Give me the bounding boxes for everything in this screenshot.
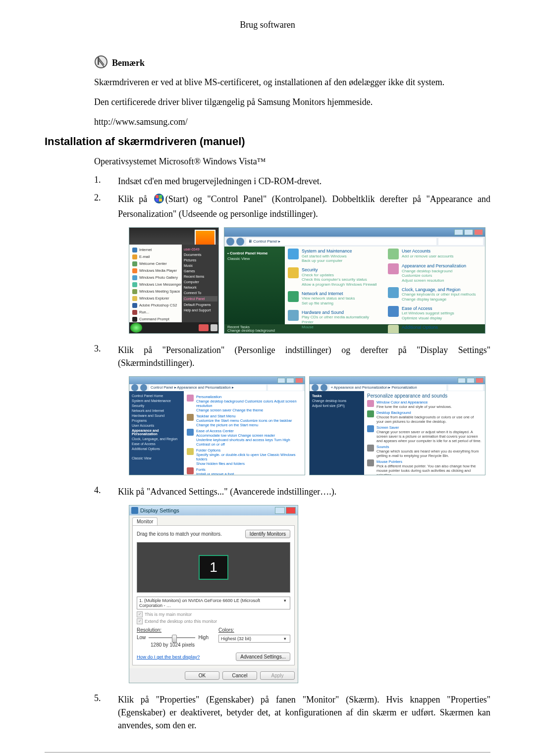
slider-thumb[interactable] <box>172 635 177 643</box>
ap-entry[interactable]: Taskbar and Start MenuCustomize the Star… <box>187 414 302 427</box>
minimize-button[interactable] <box>277 378 285 383</box>
extend-desktop-checkbox: ✓Extend the desktop onto this monitor <box>137 618 290 624</box>
close-button[interactable] <box>286 507 296 514</box>
start-side-item[interactable]: Network <box>184 285 216 290</box>
address-field[interactable]: 🖥 Control Panel ▸ <box>246 238 436 245</box>
cancel-button[interactable]: Cancel <box>222 671 257 680</box>
hardware-icon <box>288 310 299 321</box>
start-menu-right-panel: user-0349 Documents Pictures Music Games… <box>182 245 218 322</box>
monitor-preview[interactable]: 1 <box>137 542 290 593</box>
start-side-item[interactable]: Connect To <box>184 290 216 296</box>
ok-button[interactable]: OK <box>185 671 219 680</box>
lock-button[interactable] <box>211 324 217 331</box>
forward-button[interactable] <box>140 384 147 391</box>
start-orb-icon[interactable] <box>130 323 142 333</box>
task-item[interactable]: Adjust font size (DPI) <box>312 403 362 408</box>
sb-item[interactable]: Network and Internet <box>132 408 181 413</box>
back-button[interactable] <box>131 384 138 391</box>
app-icon <box>132 296 137 301</box>
search-input[interactable] <box>268 385 303 391</box>
ap-entry[interactable]: FontsInstall or remove a font <box>187 467 302 475</box>
advanced-settings-button[interactable]: Advanced Settings... <box>236 653 290 661</box>
start-side-control-panel[interactable]: Control Panel <box>183 296 217 302</box>
sb-item[interactable]: Security <box>132 403 181 408</box>
step-1-body: Indsæt cd'en med brugervejledningen i CD… <box>118 175 490 188</box>
sb-item[interactable]: Classic View <box>132 455 181 460</box>
resolution-slider[interactable]: Low High <box>137 635 209 640</box>
colors-select[interactable]: Highest (32 bit)▾ <box>218 635 290 643</box>
monitor-select[interactable]: 1. (Multiple Monitors) on NVIDIA GeForce… <box>137 597 290 609</box>
identify-monitors-button[interactable]: Identify Monitors <box>245 530 290 538</box>
cp-entry[interactable]: Ease of AccessLet Windows suggest settin… <box>388 306 482 321</box>
cp-entry[interactable]: Network and InternetView network status … <box>288 291 382 306</box>
note-paragraph-2: Den certificerede driver bliver tilgænge… <box>94 96 490 108</box>
address-field[interactable]: « Appearance and Personalization ▸ Perso… <box>329 385 446 391</box>
close-button[interactable] <box>476 378 483 383</box>
pz-entry-sub: Change which sounds are heard when you d… <box>376 449 482 458</box>
forward-button[interactable] <box>236 238 244 246</box>
start-item-label: Welcome Center <box>139 261 167 266</box>
tab-monitor[interactable]: Monitor <box>132 517 158 525</box>
cp-entry[interactable]: System and MaintenanceGet started with W… <box>288 249 382 263</box>
cp-entry[interactable]: Clock, Language, and RegionChange keyboa… <box>388 287 482 302</box>
ap-entry-sub: Specify single- or double-click to open … <box>196 453 302 466</box>
address-text: Control Panel ▸ <box>253 239 280 244</box>
start-side-item[interactable]: Recent Items <box>184 274 216 279</box>
pz-entry[interactable]: Screen SaverChange your screen saver or … <box>367 425 482 443</box>
back-button[interactable] <box>226 238 234 246</box>
sb-item[interactable]: User Accounts <box>132 423 181 428</box>
svg-point-0 <box>95 56 107 68</box>
sidebar-classic-view[interactable]: Classic View <box>227 256 282 261</box>
sb-item[interactable]: Programs <box>132 418 181 423</box>
address-field[interactable]: Control Panel ▸ Appearance and Personali… <box>149 385 266 391</box>
start-side-item[interactable]: Documents <box>184 252 216 257</box>
maximize-button[interactable] <box>464 229 473 235</box>
maximize-button[interactable] <box>467 378 475 383</box>
search-input[interactable] <box>448 385 483 391</box>
page-header: Brug softwaren <box>45 20 490 30</box>
sb-item[interactable]: Ease of Access <box>132 441 181 446</box>
power-button[interactable] <box>199 324 209 331</box>
task-item[interactable]: Change desktop icons <box>312 398 362 403</box>
cp-entry[interactable]: Hardware and SoundPlay CDs or other medi… <box>288 310 382 330</box>
start-side-item[interactable]: Help and Support <box>184 307 216 313</box>
minimize-button[interactable] <box>458 378 466 383</box>
minimize-button[interactable] <box>454 229 463 235</box>
sb-item[interactable]: System and Maintenance <box>132 398 181 403</box>
start-side-item[interactable]: Games <box>184 268 216 274</box>
pz-entry[interactable]: SoundsChange which sounds are heard when… <box>367 445 482 458</box>
pz-entry[interactable]: Mouse PointersPick a different mouse poi… <box>367 459 482 475</box>
cp-entry[interactable]: Appearance and PersonalizationChange des… <box>388 263 482 283</box>
sb-item[interactable]: Hardware and Sound <box>132 413 181 418</box>
maximize-button[interactable] <box>286 378 294 383</box>
sb-item[interactable]: Control Panel Home <box>132 393 181 398</box>
start-side-item[interactable]: Default Programs <box>184 302 216 307</box>
forward-button[interactable] <box>321 384 327 391</box>
cp-entry-sub: Check for updates Check this computer's … <box>302 273 377 287</box>
help-button[interactable] <box>275 507 285 514</box>
close-button[interactable] <box>295 378 303 383</box>
cp-entry[interactable]: SecurityCheck for updates Check this com… <box>288 267 382 287</box>
best-display-link[interactable]: How do I get the best display? <box>137 654 236 659</box>
close-button[interactable] <box>474 229 483 235</box>
sb-item[interactable]: Clock, Language, and Region <box>132 436 181 441</box>
pz-entry[interactable]: Window Color and AppearanceFine tune the… <box>367 400 482 409</box>
ap-entry[interactable]: Folder OptionsSpecify single- or double-… <box>187 448 302 466</box>
ap-entry[interactable]: PersonalizationChange desktop background… <box>187 395 302 412</box>
back-button[interactable] <box>312 384 319 391</box>
step-3-body: Klik på "Personalization" (Personlige in… <box>118 344 490 369</box>
pz-entry[interactable]: Desktop BackgroundChoose from available … <box>367 410 482 424</box>
search-input[interactable] <box>438 238 483 245</box>
cp-entry[interactable]: Additional Options <box>388 325 482 334</box>
colors-label: Colors: <box>218 627 234 633</box>
start-side-item[interactable]: Pictures <box>184 257 216 263</box>
start-side-item[interactable]: user-0349 <box>184 247 216 252</box>
start-side-item[interactable]: Computer <box>184 279 216 285</box>
monitor-icon[interactable]: 1 <box>199 555 228 580</box>
chevron-down-icon: ▾ <box>282 636 288 641</box>
cp-entry[interactable]: User AccountsAdd or remove user accounts <box>388 249 482 259</box>
start-side-item[interactable]: Music <box>184 263 216 268</box>
ap-entry-sub: Install or remove a font <box>196 472 234 475</box>
ap-entry[interactable]: Ease of Access CenterAccommodate low vis… <box>187 429 302 447</box>
sb-item[interactable]: Additional Options <box>132 446 181 451</box>
